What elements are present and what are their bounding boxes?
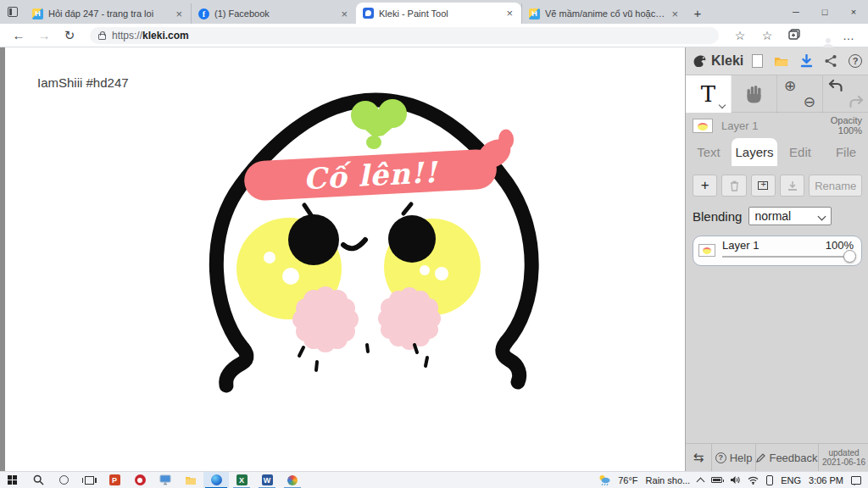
right-arm-hook bbox=[503, 342, 520, 382]
share-icon[interactable] bbox=[824, 54, 837, 68]
kleki-favicon-icon bbox=[363, 8, 374, 19]
current-layer-bar[interactable]: Layer 1 Opacity 100% bbox=[686, 113, 868, 138]
maximize-button[interactable]: □ bbox=[810, 0, 839, 24]
taskbar-red-app[interactable] bbox=[127, 472, 153, 488]
tab-text[interactable]: Text bbox=[686, 138, 732, 166]
tab-edit[interactable]: Edit bbox=[777, 138, 823, 166]
tab-close-icon[interactable]: × bbox=[174, 8, 184, 19]
history-tools bbox=[823, 75, 868, 113]
tab-close-icon[interactable]: × bbox=[339, 8, 349, 19]
help-button[interactable]: ? Help bbox=[711, 444, 755, 471]
your-phone-icon[interactable] bbox=[766, 475, 773, 485]
color-wheel-app-icon bbox=[287, 475, 298, 485]
hand-icon bbox=[744, 84, 764, 104]
url-host: kleki.com bbox=[142, 30, 189, 42]
layer-row-1[interactable]: Layer 1 100% bbox=[693, 236, 862, 266]
new-tab-button[interactable]: + bbox=[687, 3, 709, 23]
taskbar-file-explorer[interactable] bbox=[178, 472, 203, 488]
cortana-icon bbox=[59, 475, 69, 485]
folder-icon bbox=[185, 475, 197, 485]
edge-browser-icon bbox=[211, 474, 222, 485]
blending-select[interactable]: normal bbox=[748, 207, 832, 225]
kleki-footer: ⇆ ? Help Feedback updated 2021-06-16 bbox=[686, 443, 868, 471]
delete-layer-button[interactable] bbox=[721, 175, 746, 197]
open-file-icon[interactable] bbox=[774, 55, 789, 68]
collections-icon[interactable] bbox=[783, 29, 805, 42]
start-button[interactable] bbox=[0, 472, 25, 488]
tab-ve-mam[interactable]: H Vẽ mầm/anime cổ vũ hoặc cali × bbox=[521, 3, 687, 24]
close-window-button[interactable]: × bbox=[839, 0, 868, 24]
taskbar-color-app[interactable] bbox=[280, 472, 305, 488]
merge-layer-button[interactable] bbox=[780, 175, 804, 197]
hand-tool-button[interactable] bbox=[732, 75, 777, 113]
opacity-slider-knob[interactable] bbox=[843, 250, 856, 263]
rename-layer-button[interactable]: Rename bbox=[809, 175, 862, 197]
tab-layers[interactable]: Layers bbox=[732, 138, 777, 166]
weather-description[interactable]: Rain sho... bbox=[646, 475, 691, 485]
redo-icon[interactable] bbox=[848, 95, 864, 109]
taskbar-this-pc[interactable] bbox=[153, 472, 178, 488]
taskbar-edge[interactable] bbox=[203, 472, 229, 488]
excel-icon: X bbox=[236, 474, 248, 485]
duplicate-layer-button[interactable] bbox=[751, 175, 776, 197]
tab-hoidap247[interactable]: H Hỏi đáp 247 - trang tra loi × bbox=[25, 3, 191, 24]
taskbar-word[interactable]: W bbox=[254, 472, 280, 488]
lock-icon bbox=[98, 34, 106, 40]
red-circle-app-icon bbox=[135, 474, 146, 485]
kleki-brand-text: Kleki bbox=[711, 53, 743, 69]
url-scheme: https:// bbox=[112, 30, 142, 42]
save-download-icon[interactable] bbox=[800, 54, 813, 68]
search-button[interactable] bbox=[25, 472, 51, 488]
action-center-icon[interactable] bbox=[851, 476, 861, 485]
opacity-slider-track[interactable] bbox=[722, 256, 850, 258]
kleki-header: Kleki ? bbox=[686, 47, 868, 75]
kleki-drawing-canvas[interactable]: IamShiii #hd247 bbox=[0, 47, 685, 471]
windows-logo-icon bbox=[8, 475, 18, 485]
taskbar-excel[interactable]: X bbox=[229, 472, 254, 488]
help-icon[interactable]: ? bbox=[849, 54, 862, 68]
kleki-squirrel-icon bbox=[693, 53, 709, 69]
kleki-logo: Kleki bbox=[693, 53, 743, 69]
taskbar-powerpoint[interactable]: P bbox=[102, 472, 127, 488]
show-hidden-icons-chevron[interactable] bbox=[697, 477, 705, 485]
tab-facebook[interactable]: f (1) Facebook × bbox=[191, 3, 356, 24]
volume-icon[interactable] bbox=[730, 475, 740, 485]
task-view-button[interactable] bbox=[76, 472, 102, 488]
layer-name: Layer 1 bbox=[722, 239, 759, 252]
swap-ui-side-button[interactable]: ⇆ bbox=[686, 444, 711, 471]
tab-close-icon[interactable]: × bbox=[504, 8, 515, 19]
language-indicator[interactable]: ENG bbox=[781, 475, 801, 485]
favorites-bar-icon[interactable]: ☆ bbox=[756, 29, 778, 42]
zoom-out-icon[interactable]: ⊖ bbox=[804, 93, 815, 111]
tab-actions-menu-button[interactable] bbox=[0, 2, 25, 22]
undo-icon[interactable] bbox=[828, 79, 844, 93]
pencil-icon bbox=[756, 453, 765, 463]
merge-down-icon bbox=[787, 180, 798, 191]
wifi-icon[interactable] bbox=[748, 476, 759, 485]
text-tool-label: T bbox=[701, 81, 715, 107]
clock[interactable]: 3:06 PM bbox=[809, 475, 843, 485]
new-image-icon[interactable] bbox=[752, 54, 763, 68]
favorites-star-icon[interactable]: ☆ bbox=[729, 29, 751, 42]
feedback-button[interactable]: Feedback bbox=[755, 444, 818, 471]
right-eye bbox=[388, 215, 436, 263]
battery-icon[interactable] bbox=[711, 477, 722, 483]
minimize-button[interactable]: ─ bbox=[782, 0, 810, 24]
windows-taskbar: P X W bbox=[0, 471, 868, 488]
forward-button[interactable]: → bbox=[34, 28, 54, 42]
tab-actions-icon bbox=[8, 7, 18, 17]
tab-close-icon[interactable]: × bbox=[670, 8, 680, 19]
text-tool-button[interactable]: T bbox=[686, 75, 732, 113]
weather-temperature[interactable]: 76°F bbox=[618, 475, 637, 485]
hoidap247-favicon-icon: H bbox=[529, 8, 540, 19]
tab-file[interactable]: File bbox=[823, 138, 868, 166]
add-layer-button[interactable]: + bbox=[693, 175, 717, 197]
layer-thumbnail bbox=[693, 119, 713, 133]
back-button[interactable]: ← bbox=[8, 28, 29, 42]
refresh-button[interactable]: ↻ bbox=[59, 28, 80, 43]
cortana-button[interactable] bbox=[51, 472, 76, 488]
url-field[interactable]: https:// kleki.com bbox=[90, 27, 719, 44]
settings-more-button[interactable]: … bbox=[837, 29, 860, 42]
tab-kleki-active[interactable]: Kleki - Paint Tool × bbox=[356, 3, 521, 24]
zoom-in-icon[interactable]: ⊕ bbox=[784, 77, 796, 95]
